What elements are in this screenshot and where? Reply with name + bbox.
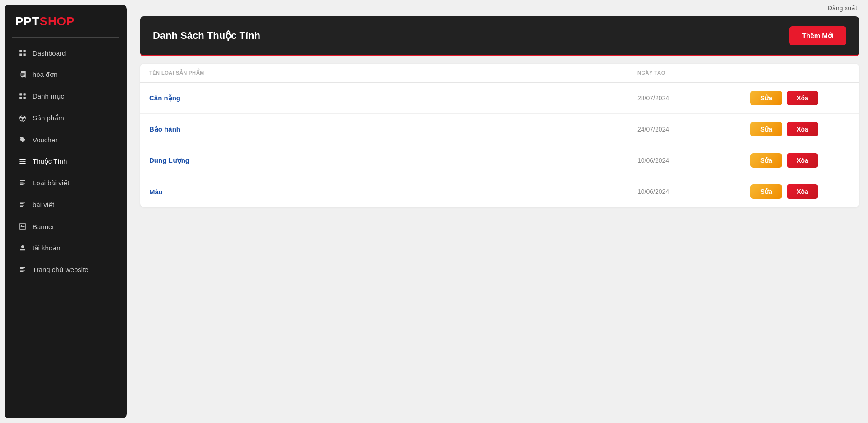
page-header-card: Danh Sách Thuộc Tính Thêm Mới: [140, 16, 859, 56]
svg-rect-3: [24, 54, 26, 56]
sidebar-nav: Dashboard hóa đơn Danh mục Sản phẩm: [5, 38, 127, 418]
sidebar-item-label: Thuộc Tính: [33, 157, 67, 165]
cell-name-4: Màu: [149, 188, 637, 196]
table-row: Cân nặng 28/07/2024 Sửa Xóa: [140, 83, 859, 114]
sidebar-item-label: bài viết: [33, 201, 54, 209]
sidebar-item-label: Sản phẩm: [33, 114, 64, 122]
sidebar-item-trang-chu[interactable]: Trang chủ website: [8, 259, 123, 280]
cell-date-3: 10/06/2024: [637, 157, 750, 164]
svg-point-8: [21, 159, 22, 160]
sidebar-item-thuoc-tinh[interactable]: Thuộc Tính: [8, 151, 123, 172]
image-icon: [18, 222, 27, 231]
cell-actions-1: Sửa Xóa: [750, 91, 850, 105]
sidebar-item-label: Trang chủ website: [33, 266, 89, 274]
sliders-icon: [18, 157, 27, 166]
cell-date-4: 10/06/2024: [637, 188, 750, 195]
col-header-actions: [750, 70, 850, 76]
svg-point-9: [24, 161, 25, 162]
sidebar-item-bai-viet[interactable]: bài viết: [8, 194, 123, 215]
table-header-row: TÊN LOẠI SẢN PHẨM NGÀY TẠO: [140, 64, 859, 83]
svg-rect-5: [24, 93, 26, 95]
sidebar: PPTSHOP Dashboard hóa đơn Danh mục: [5, 5, 127, 418]
sidebar-item-san-pham[interactable]: Sản phẩm: [8, 108, 123, 128]
main-content: Đăng xuất Danh Sách Thuộc Tính Thêm Mới …: [131, 0, 868, 423]
sidebar-item-label: Voucher: [33, 136, 57, 144]
sidebar-item-label: Banner: [33, 223, 54, 230]
svg-point-11: [21, 225, 22, 226]
table-row: Dung Lượng 10/06/2024 Sửa Xóa: [140, 145, 859, 176]
cell-date-1: 28/07/2024: [637, 94, 750, 102]
svg-rect-7: [24, 97, 26, 99]
edit-button-2[interactable]: Sửa: [750, 122, 782, 136]
page-area: Danh Sách Thuộc Tính Thêm Mới TÊN LOẠI S…: [131, 16, 868, 423]
edit-icon: [18, 200, 27, 209]
page-title: Danh Sách Thuộc Tính: [153, 30, 260, 42]
delete-button-2[interactable]: Xóa: [787, 122, 818, 136]
home-icon: [18, 265, 27, 274]
user-icon: [18, 244, 27, 253]
logo-ppt: PPT: [15, 14, 40, 28]
col-header-name: TÊN LOẠI SẢN PHẨM: [149, 70, 637, 76]
logo: PPTSHOP: [5, 5, 127, 37]
edit-button-4[interactable]: Sửa: [750, 184, 782, 199]
table-row: Màu 10/06/2024 Sửa Xóa: [140, 176, 859, 207]
box-icon: [18, 113, 27, 122]
cell-date-2: 24/07/2024: [637, 126, 750, 133]
sidebar-item-label: Danh mục: [33, 92, 64, 100]
edit-button-3[interactable]: Sửa: [750, 153, 782, 168]
svg-rect-6: [19, 97, 22, 99]
cell-actions-4: Sửa Xóa: [750, 184, 850, 199]
delete-button-3[interactable]: Xóa: [787, 153, 818, 168]
tag-icon: [18, 135, 27, 144]
col-header-date: NGÀY TẠO: [637, 70, 750, 76]
delete-button-1[interactable]: Xóa: [787, 91, 818, 105]
cell-name-2: Bảo hành: [149, 125, 637, 133]
svg-point-10: [21, 163, 23, 164]
add-new-button[interactable]: Thêm Mới: [789, 26, 846, 45]
topbar: Đăng xuất: [131, 0, 868, 16]
sidebar-item-loai-bai-viet[interactable]: Loại bài viết: [8, 173, 123, 193]
logo-shop: SHOP: [40, 14, 75, 28]
sidebar-item-dashboard[interactable]: Dashboard: [8, 42, 123, 63]
sidebar-item-voucher[interactable]: Voucher: [8, 129, 123, 150]
svg-rect-2: [19, 54, 22, 56]
logout-link[interactable]: Đăng xuất: [828, 5, 857, 12]
sidebar-item-banner[interactable]: Banner: [8, 216, 123, 237]
cell-actions-3: Sửa Xóa: [750, 153, 850, 168]
receipt-icon: [18, 70, 27, 79]
sidebar-item-danh-muc[interactable]: Danh mục: [8, 86, 123, 107]
attributes-table: TÊN LOẠI SẢN PHẨM NGÀY TẠO Cân nặng 28/0…: [140, 64, 859, 207]
svg-rect-1: [24, 50, 26, 52]
sidebar-item-label: hóa đơn: [33, 70, 57, 79]
sidebar-item-hoa-don[interactable]: hóa đơn: [8, 64, 123, 85]
list-icon: [18, 92, 27, 101]
article-icon: [18, 179, 27, 188]
sidebar-item-tai-khoan[interactable]: tài khoản: [8, 238, 123, 258]
edit-button-1[interactable]: Sửa: [750, 91, 782, 105]
svg-rect-4: [19, 93, 22, 95]
grid-icon: [18, 48, 27, 57]
delete-button-4[interactable]: Xóa: [787, 184, 818, 199]
sidebar-item-label: Dashboard: [33, 49, 66, 57]
table-row: Bảo hành 24/07/2024 Sửa Xóa: [140, 114, 859, 145]
cell-name-1: Cân nặng: [149, 94, 637, 102]
cell-name-3: Dung Lượng: [149, 156, 637, 164]
sidebar-item-label: Loại bài viết: [33, 179, 69, 187]
sidebar-item-label: tài khoản: [33, 244, 61, 252]
svg-rect-0: [19, 50, 22, 52]
cell-actions-2: Sửa Xóa: [750, 122, 850, 136]
